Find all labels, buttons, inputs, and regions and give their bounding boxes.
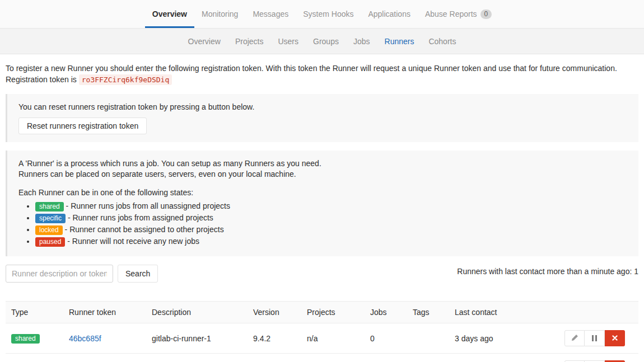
runner-search-input[interactable] [6, 265, 113, 283]
state-shared-item: shared - Runner runs jobs from all unass… [35, 201, 627, 211]
pause-icon [592, 335, 597, 341]
col-version: Version [248, 302, 301, 323]
tab-applications[interactable]: Applications [361, 0, 418, 28]
runner-info-line1: A 'Runner' is a process which runs a job… [18, 158, 627, 169]
runner-jobs: 0 [365, 323, 407, 354]
admin-top-nav: Overview Monitoring Messages System Hook… [0, 0, 644, 29]
tab-overview[interactable]: Overview [145, 0, 194, 28]
specific-state-badge: specific [35, 214, 66, 223]
runners-last-contact-stats: Runners with last contact more than a mi… [457, 267, 638, 276]
shared-state-badge: shared [35, 202, 64, 211]
subtab-runners[interactable]: Runners [377, 37, 422, 46]
runner-info-line2: Runners can be placed on separate users,… [18, 169, 627, 180]
registration-token-value[interactable]: ro3FFZCirq6kf9eDSDiq [79, 74, 172, 85]
search-button[interactable]: Search [118, 265, 158, 283]
state-specific-item: specific - Runner runs jobs from assigne… [35, 213, 627, 223]
edit-runner-button[interactable] [564, 330, 585, 346]
col-description: Description [146, 302, 248, 323]
pause-runner-button[interactable] [585, 330, 605, 346]
remove-icon [612, 334, 618, 342]
col-jobs: Jobs [365, 302, 407, 323]
runner-type-badge: shared [11, 334, 40, 344]
runner-token-link[interactable]: 46bc685f [69, 334, 101, 343]
subtab-cohorts[interactable]: Cohorts [421, 37, 463, 46]
tab-monitoring[interactable]: Monitoring [194, 0, 245, 28]
col-runner-token: Runner token [63, 302, 146, 323]
runner-last-contact: 1 minute ago [449, 354, 553, 362]
subtab-overview[interactable]: Overview [181, 37, 228, 46]
runner-states-list: shared - Runner runs jobs from all unass… [18, 201, 627, 247]
subtab-groups[interactable]: Groups [306, 37, 346, 46]
abuse-reports-count-badge: 0 [480, 10, 492, 19]
runner-states-intro: Each Runner can be in one of the followi… [18, 187, 627, 198]
table-row: shared 46bc685f gitlab-ci-runner-1 9.4.2… [6, 323, 638, 354]
runner-search-row: Search Runners with last contact more th… [6, 265, 638, 283]
runner-tags [407, 354, 449, 362]
delete-runner-button[interactable] [605, 330, 625, 346]
subtab-projects[interactable]: Projects [228, 37, 271, 46]
state-locked-item: locked - Runner cannot be assigned to ot… [35, 225, 627, 235]
table-row: shared 04cdcc14 gitlab-ci-runner-0 9.4.2… [6, 354, 638, 362]
col-projects: Projects [301, 302, 365, 323]
runner-last-contact: 3 days ago [449, 323, 553, 354]
runner-projects: n/a [301, 354, 365, 362]
registration-token-line: Registration token is ro3FFZCirq6kf9eDSD… [6, 74, 638, 86]
state-paused-item: paused - Runner will not receive any new… [35, 237, 627, 247]
col-last-contact: Last contact [449, 302, 553, 323]
runner-description: gitlab-ci-runner-0 [146, 354, 248, 362]
reset-registration-token-button[interactable]: Reset runners registration token [18, 117, 147, 134]
runner-version: 9.4.2 [248, 354, 301, 362]
tab-system-hooks[interactable]: System Hooks [296, 0, 361, 28]
locked-state-badge: locked [35, 225, 63, 235]
col-type: Type [6, 302, 63, 323]
runner-projects: n/a [301, 323, 365, 354]
subtab-users[interactable]: Users [270, 37, 306, 46]
registration-intro-line: To register a new Runner you should ente… [6, 63, 638, 74]
registration-intro: To register a new Runner you should ente… [6, 63, 638, 86]
runner-description: gitlab-ci-runner-1 [146, 323, 248, 354]
runner-info-panel: A 'Runner' is a process which runs a job… [6, 151, 638, 256]
paused-state-badge: paused [35, 237, 65, 247]
runner-version: 9.4.2 [248, 323, 301, 354]
tab-messages[interactable]: Messages [245, 0, 296, 28]
col-actions [553, 302, 638, 323]
runner-tags [407, 323, 449, 354]
reset-token-text: You can reset runners registration token… [18, 102, 627, 112]
overview-sub-nav: Overview Projects Users Groups Jobs Runn… [0, 29, 644, 54]
tab-abuse-reports[interactable]: Abuse Reports 0 [418, 0, 499, 28]
runner-jobs: 0 [365, 354, 407, 362]
table-header-row: Type Runner token Description Version Pr… [6, 302, 638, 323]
runners-table: Type Runner token Description Version Pr… [6, 301, 638, 362]
runners-page: To register a new Runner you should ente… [0, 54, 644, 362]
pencil-icon [571, 334, 578, 343]
col-tags: Tags [407, 302, 449, 323]
subtab-jobs[interactable]: Jobs [346, 37, 377, 46]
reset-token-panel: You can reset runners registration token… [6, 94, 638, 142]
